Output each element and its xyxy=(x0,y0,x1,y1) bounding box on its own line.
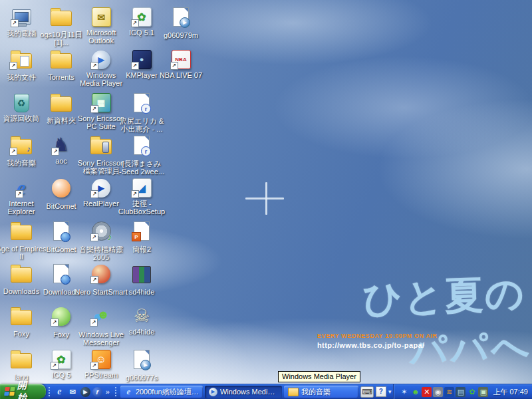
language-bar-options-chevron-icon[interactable]: ▾ xyxy=(388,388,392,395)
volume-icon[interactable]: ◉ xyxy=(433,387,443,397)
language-bar-help-icon[interactable]: ? xyxy=(376,386,386,397)
quick-launch-windows-media-player[interactable]: ▶ xyxy=(80,387,90,397)
bitcomet-icon xyxy=(52,175,70,198)
clubbox-setup-icon: ◢↗ xyxy=(132,175,152,198)
g060977s-media-icon: ▶ xyxy=(134,346,150,369)
keyboard-layout-icon[interactable]: ⌨ xyxy=(360,386,374,398)
desktop-icon-briefing-2[interactable]: P簡報2 xyxy=(122,218,161,253)
tray-icons: ✶☻✕◉≋▤✿▣ xyxy=(399,387,488,397)
desktop-icon-clubbox-setup[interactable]: ◢↗捷徑 - ClubBoxSetup xyxy=(122,175,161,215)
star-icon[interactable]: ✶ xyxy=(399,387,409,397)
crosshair-cursor-vertical xyxy=(265,182,267,215)
task-windows-media-player[interactable]: ▶Windows Media Player xyxy=(205,386,282,398)
language-bar: ⌨ ? ▾ xyxy=(358,386,394,398)
windows-live-messenger-icon: ↗ xyxy=(91,303,111,326)
shortcut-arrow-icon: ↗ xyxy=(170,62,178,70)
shortcut-arrow-icon: ↗ xyxy=(51,148,59,156)
icq-5-icon: ✿↗ xyxy=(52,346,71,369)
g060977s-media-label: g060977s xyxy=(114,374,170,382)
folder-ogs-icon xyxy=(51,4,72,27)
foxy-folder-icon xyxy=(11,303,32,326)
downloads-folder-icon xyxy=(11,261,32,283)
shortcut-arrow-icon: ↗ xyxy=(90,62,98,70)
folder-torrents-icon xyxy=(51,47,72,69)
desktop-icon-microsoft-outlook[interactable]: ✉Microsoft Outlook xyxy=(82,4,120,45)
start-button[interactable]: 開始 xyxy=(0,384,46,399)
desktop-icon-g060979m-media[interactable]: ▶g060979m xyxy=(162,4,200,39)
windows-media-player-icon: ▶↗ xyxy=(92,47,110,69)
desktop-icon-realplayer-clip-nagasawa[interactable]: r[長澤まさみ -Seed 2wee... xyxy=(122,132,161,176)
nba-live-07-icon: NBA↗ xyxy=(172,47,191,69)
desktop-icon-windows-media-player[interactable]: ▶↗Windows Media Player xyxy=(82,47,120,87)
taskbar-grip[interactable] xyxy=(114,386,117,397)
shortcut-arrow-icon: ↗ xyxy=(90,276,98,284)
device-icon[interactable]: ▣ xyxy=(478,387,488,397)
shortcut-arrow-icon: ↗ xyxy=(131,62,139,70)
start-button-label: 開始 xyxy=(17,380,35,399)
task-2000fun-forum[interactable]: e2000fun繽紛論壇 ... xyxy=(120,386,203,398)
shortcut-arrow-icon: ↗ xyxy=(131,190,139,198)
network-icon[interactable]: ▤ xyxy=(456,387,466,397)
wireless-signal-icon[interactable]: ≋ xyxy=(444,387,454,397)
sd4hide-rar-icon xyxy=(132,261,151,283)
realplayer-icon: ▶↗ xyxy=(92,175,110,198)
desktop-icon-realplayer-clip-sawajiri[interactable]: r沢尻エリカ & 小出恵介 - ... xyxy=(122,90,161,133)
quick-launch-mail[interactable]: ✉ xyxy=(67,386,78,398)
my-documents-icon: ↗ xyxy=(11,47,32,69)
system-tray: ✶☻✕◉≋▤✿▣ 上午 07:49 xyxy=(393,384,532,399)
sony-ericsson-file-manager-icon xyxy=(90,132,112,155)
desktop-icon-music-converter-2005[interactable]: ↗音樂轉檔精靈 2005 xyxy=(82,218,120,261)
folder-task-icon xyxy=(288,388,299,396)
task-windows-media-player-label: Windows Media Player xyxy=(220,388,278,396)
desktop-icon-windows-live-messenger[interactable]: ↗Windows Live Messenger xyxy=(82,303,120,346)
crosshair-cursor-horizontal xyxy=(245,198,284,200)
ppstream-icon: ☺↗ xyxy=(92,346,111,369)
windows-logo-icon xyxy=(4,387,15,396)
tooltip: Windows Media Player xyxy=(278,371,360,382)
sd4hide-skull-icon: ☠ xyxy=(134,303,150,326)
realplayer-clip-sawajiri-icon: r xyxy=(134,90,150,112)
desktop-wallpaper[interactable]: ひと夏の パパへ EVERY WEDNESDAY 10:00PM ON AIR … xyxy=(0,0,532,384)
aoc-icon: ♞↗ xyxy=(53,132,69,155)
internet-explorer-icon: ↗ xyxy=(17,175,26,198)
quick-launch-internet-explorer[interactable]: e xyxy=(54,386,65,398)
task-my-music-label: 我的音樂 xyxy=(301,387,331,397)
messenger-buddy-icon[interactable]: ☻ xyxy=(410,387,420,397)
desktop-icon-sd4hide-rar[interactable]: sd4hide xyxy=(122,261,161,296)
shortcut-arrow-icon: ↗ xyxy=(51,319,59,327)
taskbar: 開始 e✉▶r» e2000fun繽紛論壇 ...▶Windows Media … xyxy=(0,384,532,399)
downloads-doc-icon xyxy=(53,261,69,283)
briefing-2-icon: P xyxy=(134,218,150,241)
desktop-icon-nba-live-07[interactable]: NBA↗NBA LIVE 07 xyxy=(162,47,200,79)
desktop-icon-age-of-empires-ii[interactable]: Age of Empires II xyxy=(2,218,41,261)
task-2000fun-forum-label: 2000fun繽紛論壇 ... xyxy=(136,387,199,397)
task-buttons: e2000fun繽紛論壇 ...▶Windows Media Player我的音… xyxy=(120,386,358,398)
quick-launch-bar: e✉▶r» xyxy=(53,386,112,398)
alert-icon[interactable]: ✕ xyxy=(422,387,432,397)
g060979m-media-label: g060979m xyxy=(153,31,209,39)
new-folder-icon xyxy=(51,90,72,112)
task-my-music[interactable]: 我的音樂 xyxy=(284,386,358,398)
desktop-icon-sd4hide-skull[interactable]: ☠sd4hide xyxy=(122,303,161,336)
realplayer-clip-nagasawa-label: [長澤まさみ -Seed 2wee... xyxy=(114,160,170,176)
shortcut-arrow-icon: ↗ xyxy=(9,148,17,156)
realplayer-clip-sawajiri-label: 沢尻エリカ & 小出恵介 - ... xyxy=(114,117,170,133)
kmplayer-icon: ●↗ xyxy=(132,47,152,69)
clock[interactable]: 上午 07:49 xyxy=(493,387,528,397)
screen: ひと夏の パパへ EVERY WEDNESDAY 10:00PM ON AIR … xyxy=(0,0,532,399)
clubbox-setup-label: 捷徑 - ClubBoxSetup xyxy=(114,200,170,215)
briefing-2-label: 簡報2 xyxy=(114,245,170,253)
nero-startsmart-icon: ↗ xyxy=(92,261,110,283)
shortcut-arrow-icon: ↗ xyxy=(131,19,139,27)
my-computer-icon: ↗ xyxy=(12,4,31,27)
taskbar-grip[interactable] xyxy=(48,386,51,397)
quick-launch-realplayer[interactable]: r xyxy=(92,387,102,397)
wallpaper-url-text: http://www.tbs.co.jp/to-papa/ xyxy=(317,341,425,349)
shortcut-arrow-icon: ↗ xyxy=(90,190,98,198)
quick-launch-overflow-chevron-icon[interactable]: » xyxy=(104,388,111,396)
music-converter-2005-icon: ↗ xyxy=(92,218,111,241)
desktop-icon-g060977s-media[interactable]: ▶g060977s xyxy=(122,346,161,382)
recycle-bin-icon xyxy=(14,90,29,112)
icq-flower-icon[interactable]: ✿ xyxy=(467,387,477,397)
age-of-empires-ii-icon xyxy=(11,218,32,241)
